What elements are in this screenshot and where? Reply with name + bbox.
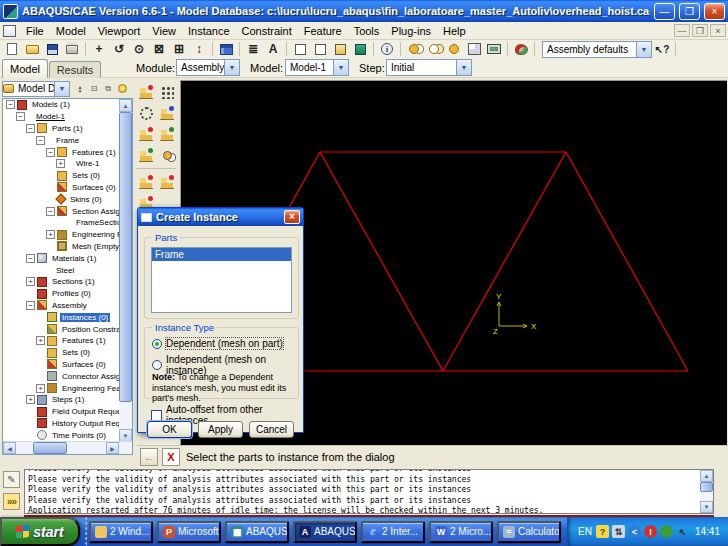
task-word[interactable]: W2 Micro...▼ bbox=[429, 521, 493, 543]
expand-icon[interactable]: + bbox=[46, 230, 55, 239]
radio-icon[interactable] bbox=[152, 360, 162, 370]
collapse-icon[interactable]: − bbox=[26, 301, 35, 310]
viewport-layout-icon[interactable] bbox=[464, 41, 484, 58]
help-tray-icon[interactable]: ? bbox=[596, 525, 609, 538]
module-combo[interactable]: Assembly▼ bbox=[176, 59, 240, 76]
checkbox-icon[interactable] bbox=[151, 410, 162, 421]
document-window-icon[interactable] bbox=[3, 25, 16, 37]
menu-model[interactable]: Model bbox=[50, 24, 92, 38]
collapse-icon[interactable]: − bbox=[6, 100, 15, 109]
shaded-render-icon[interactable] bbox=[330, 41, 350, 58]
ok-button[interactable]: OK bbox=[147, 421, 192, 438]
menu-viewport[interactable]: Viewport bbox=[92, 24, 147, 38]
tree-item[interactable]: −Sets (0) bbox=[3, 347, 119, 359]
fit-view-icon[interactable]: ⊞ bbox=[169, 41, 189, 58]
color-palette-icon[interactable] bbox=[511, 41, 531, 58]
collapse-icon[interactable]: − bbox=[26, 254, 35, 263]
chevron-down-icon[interactable]: ▼ bbox=[636, 42, 651, 57]
display-switch-tray-icon[interactable]: ⇅ bbox=[612, 525, 625, 538]
linear-pattern-icon[interactable] bbox=[157, 82, 177, 102]
zoom-icon[interactable]: ⊙ bbox=[129, 41, 149, 58]
tree-item[interactable]: −Instances (0) bbox=[3, 311, 119, 323]
expand-icon[interactable]: + bbox=[56, 159, 65, 168]
radial-pattern-icon[interactable] bbox=[136, 103, 156, 123]
tree-item[interactable]: +Sections (1) bbox=[3, 276, 119, 288]
tree-item[interactable]: −Skins (0) bbox=[3, 193, 119, 205]
collapse-icon[interactable]: − bbox=[16, 112, 25, 121]
task-ie[interactable]: e2 Inter...▼ bbox=[361, 521, 425, 543]
messenger-tray-icon[interactable]: < bbox=[628, 525, 641, 538]
overlap-circles-filled-icon[interactable] bbox=[404, 41, 424, 58]
chevron-down-icon[interactable]: ▼ bbox=[456, 60, 471, 75]
expand-model-icon[interactable]: ⊡ bbox=[87, 82, 101, 96]
translate-instance-icon[interactable] bbox=[157, 103, 177, 123]
parts-list-item[interactable]: Frame bbox=[152, 248, 291, 261]
cancel-button[interactable]: Cancel bbox=[249, 421, 294, 438]
task-calculator[interactable]: =Calculator bbox=[497, 521, 561, 543]
start-button[interactable]: start bbox=[0, 517, 80, 546]
tree-item[interactable]: −Materials (1) bbox=[3, 252, 119, 264]
scroll-down-icon[interactable]: ▼ bbox=[700, 501, 713, 513]
command-line-icon[interactable]: »» bbox=[3, 493, 20, 510]
collapse-icon[interactable]: − bbox=[46, 207, 55, 216]
expand-icon[interactable]: + bbox=[26, 277, 35, 286]
tree-item[interactable]: +Wire-1 bbox=[3, 158, 119, 170]
display-options-icon[interactable] bbox=[484, 41, 504, 58]
close-button[interactable]: × bbox=[704, 3, 725, 20]
message-scrollbar[interactable]: ▲ ▼ bbox=[700, 470, 713, 513]
tree-item[interactable]: +Steps (1) bbox=[3, 394, 119, 406]
context-help-icon[interactable]: ↖? bbox=[652, 41, 672, 58]
hiddenline-render-icon[interactable] bbox=[310, 41, 330, 58]
prompt-cancel-icon[interactable]: X bbox=[162, 448, 180, 466]
tree-item[interactable]: +Engineering Fea bbox=[3, 382, 119, 394]
chevron-down-icon[interactable]: ▼ bbox=[54, 82, 69, 96]
scroll-right-icon[interactable]: ▶ bbox=[106, 442, 119, 454]
flip-instance-icon[interactable] bbox=[136, 145, 156, 165]
menu-file[interactable]: File bbox=[20, 24, 50, 38]
security-alert-tray-icon[interactable]: ! bbox=[644, 525, 657, 538]
tree-query-icon[interactable]: ≣ bbox=[243, 41, 263, 58]
menu-view[interactable]: View bbox=[146, 24, 182, 38]
child-minimize-button[interactable]: — bbox=[674, 24, 690, 37]
message-log-icon[interactable]: ✎ bbox=[3, 471, 20, 488]
minimize-button[interactable]: — bbox=[654, 3, 675, 20]
open-file-icon[interactable] bbox=[22, 41, 42, 58]
tree-item[interactable]: −Surfaces (0) bbox=[3, 182, 119, 194]
tab-model[interactable]: Model bbox=[2, 59, 48, 78]
tree-item[interactable]: +Features (1) bbox=[3, 335, 119, 347]
menu-plugins[interactable]: Plug-ins bbox=[385, 24, 437, 38]
tree-horizontal-scrollbar[interactable]: ◀ ▶ bbox=[3, 441, 132, 454]
box-zoom-icon[interactable]: ⊠ bbox=[149, 41, 169, 58]
step-combo[interactable]: Initial▼ bbox=[386, 59, 472, 76]
task-folder[interactable]: 2 Wind...▼ bbox=[89, 521, 153, 543]
menu-instance[interactable]: Instance bbox=[182, 24, 236, 38]
tree-item[interactable]: −Frame bbox=[3, 134, 119, 146]
antivirus-tray-icon[interactable] bbox=[660, 525, 673, 538]
rotate-instance-icon[interactable] bbox=[136, 124, 156, 144]
dialog-close-icon[interactable]: × bbox=[284, 210, 300, 224]
language-indicator[interactable]: EN bbox=[578, 526, 592, 537]
tree-item[interactable]: −Field Output Reque bbox=[3, 406, 119, 418]
chevron-down-icon[interactable]: ▼ bbox=[224, 60, 239, 75]
child-close-button[interactable]: × bbox=[710, 24, 726, 37]
face-to-face-constraint-icon[interactable] bbox=[157, 172, 177, 192]
tree-item[interactable]: −Assembly bbox=[3, 300, 119, 312]
copy-model-icon[interactable]: ⧉ bbox=[101, 82, 115, 96]
new-file-icon[interactable] bbox=[2, 41, 22, 58]
scroll-left-icon[interactable]: ◀ bbox=[3, 442, 16, 454]
prompt-back-icon[interactable]: ← bbox=[140, 448, 158, 466]
tree-item[interactable]: +Engineering F bbox=[3, 229, 119, 241]
annotation-icon[interactable]: A bbox=[263, 41, 283, 58]
scroll-up-icon[interactable]: ▲ bbox=[119, 99, 132, 112]
tree-item[interactable]: −Features (1) bbox=[3, 146, 119, 158]
expand-icon[interactable]: + bbox=[36, 336, 45, 345]
menu-constraint[interactable]: Constraint bbox=[236, 24, 298, 38]
tree-item[interactable]: −Profiles (0) bbox=[3, 288, 119, 300]
tree-item[interactable]: −Models (1) bbox=[3, 99, 119, 111]
model-combo[interactable]: Model-1▼ bbox=[285, 59, 349, 76]
menu-help[interactable]: Help bbox=[437, 24, 472, 38]
overlap-circles-icon[interactable] bbox=[424, 41, 444, 58]
boolean-merge-icon[interactable] bbox=[157, 145, 177, 165]
tree-vertical-scrollbar[interactable]: ▲ ▼ bbox=[119, 99, 132, 442]
info-icon[interactable]: i bbox=[377, 41, 397, 58]
